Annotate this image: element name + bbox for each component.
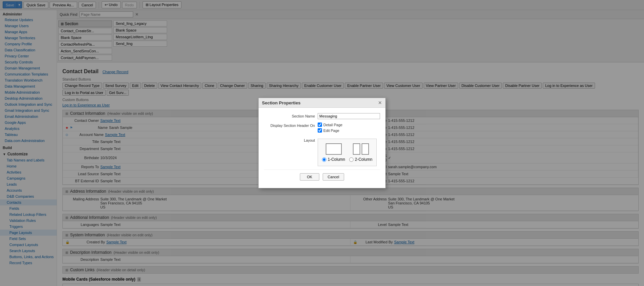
modal-edit-page-label: Edit Page [323,129,339,133]
modal-1col-label: 1-Column [328,157,345,162]
modal-cancel-button[interactable]: Cancel [323,173,344,181]
modal-1col-option: 1-Column [322,143,345,162]
modal-display-header-row: Display Section Header On Detail Page Ed… [264,123,380,134]
modal-ok-button[interactable]: OK [300,173,319,181]
modal-layout-preview: 1-Column 2-Column [318,139,377,166]
modal-title: Section Properties [262,100,301,105]
modal-detail-page-checkbox[interactable] [318,123,322,127]
modal-overlay[interactable]: Section Properties ✕ Section Name Displa… [0,0,644,286]
modal-edit-page-checkbox[interactable] [318,128,322,133]
modal-display-header-label: Display Section Header On [264,123,318,128]
modal-body: Section Name Display Section Header On D… [259,108,385,188]
modal-footer: OK Cancel [264,170,380,183]
modal-section-name-input[interactable] [318,113,380,119]
2col-thumb[interactable] [353,143,369,155]
modal-detail-page-label: Detail Page [323,123,342,127]
modal-2col-label-row: 2-Column [349,157,372,162]
modal-layout-label: Layout [264,137,318,142]
modal-layout-row: Layout 1-Column [264,137,380,166]
modal-close-button[interactable]: ✕ [378,100,382,105]
modal-section-name-row: Section Name [264,113,380,119]
svg-rect-0 [326,144,341,154]
svg-rect-2 [362,144,369,154]
modal-1col-label-row: 1-Column [322,157,345,162]
1col-thumb[interactable] [325,143,342,155]
modal-header: Section Properties ✕ [259,98,385,108]
modal-detail-page-row: Detail Page [318,123,342,127]
modal-section-name-label: Section Name [264,113,318,118]
modal-edit-page-row: Edit Page [318,128,342,133]
modal-2col-option: 2-Column [349,143,372,162]
svg-rect-1 [353,144,360,154]
modal-2col-label: 2-Column [355,157,372,162]
modal-1col-radio[interactable] [322,157,326,162]
modal-2col-radio[interactable] [349,157,354,162]
section-properties-modal: Section Properties ✕ Section Name Displa… [258,98,386,188]
modal-display-options: Detail Page Edit Page [318,123,342,134]
